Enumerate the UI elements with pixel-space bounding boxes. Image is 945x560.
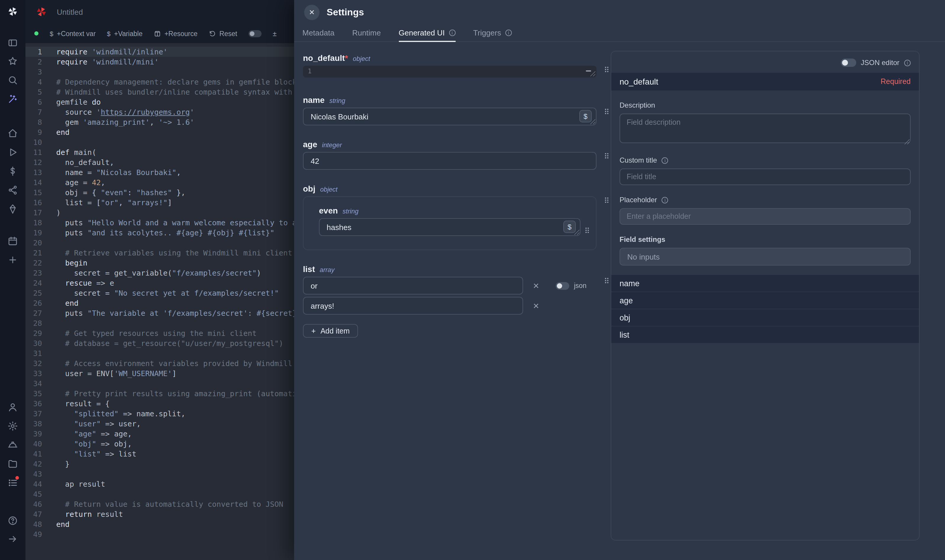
code-line: 27 puts "The variable at 'f/examples/sec…	[25, 308, 294, 318]
selected-field-row[interactable]: no_default Required	[611, 73, 919, 91]
name-input-wrap: $	[303, 108, 597, 125]
info-icon[interactable]	[449, 29, 455, 36]
code-lines[interactable]: 1require 'windmill/inline'2require 'wind…	[25, 43, 294, 560]
remove-item-button[interactable]: ✕	[531, 301, 541, 310]
even-input[interactable]	[319, 218, 581, 236]
code-line: 25 secret = "No secret yet at f/examples…	[25, 288, 294, 298]
calendar-icon[interactable]	[8, 236, 18, 246]
add-resource-button[interactable]: +Resource	[154, 30, 197, 37]
code-line: 28	[25, 318, 294, 328]
drag-handle-icon[interactable]: ⠿	[604, 66, 609, 74]
plus-icon[interactable]	[8, 255, 18, 265]
tab-metadata[interactable]: Metadata	[302, 25, 335, 42]
field-name: name string $ ⠿	[303, 95, 597, 125]
list-item-input[interactable]	[303, 277, 523, 294]
code-line: 17)	[25, 208, 294, 218]
panel-icon[interactable]	[8, 38, 18, 48]
arrow-right-icon[interactable]	[8, 534, 18, 544]
drag-handle-icon[interactable]: ⠿	[604, 152, 609, 161]
insert-variable-button[interactable]: $	[563, 221, 576, 233]
code-line: 21 # Retrieve variables using the Windmi…	[25, 248, 294, 258]
json-editor-toggle[interactable]	[840, 58, 856, 67]
notification-dot	[15, 476, 19, 480]
play-icon[interactable]	[8, 147, 18, 157]
code-line: 15 obj = { "even": "hashes" },	[25, 188, 294, 197]
json-toggle[interactable]	[556, 282, 569, 289]
dollar-icon[interactable]	[8, 166, 18, 176]
close-icon: ✕	[309, 9, 315, 16]
code-line: 47 return result	[25, 509, 294, 519]
code-line: 18 puts "Hello World and a warm welcome …	[25, 218, 294, 228]
json-toggle-label: json	[574, 282, 586, 289]
home-icon[interactable]	[8, 128, 18, 138]
package-icon	[154, 30, 161, 37]
drag-handle-icon[interactable]: ⠿	[584, 226, 590, 235]
info-icon[interactable]	[662, 157, 668, 163]
no-default-code-input[interactable]: 1	[303, 66, 597, 77]
add-item-button[interactable]: + Add item	[303, 324, 358, 338]
field-row-list: name age obj list	[611, 275, 919, 343]
code-line: 43	[25, 469, 294, 479]
code-line: 37 "splitted" => name.split,	[25, 409, 294, 418]
folder-icon[interactable]	[8, 459, 18, 469]
code-line: 2require 'windmill/mini'	[25, 57, 294, 67]
code-line: 8 gem 'amazing_print', '~> 1.6'	[25, 117, 294, 127]
field-obj: obj object even string $ ⠿	[303, 184, 597, 250]
info-icon[interactable]	[904, 59, 911, 66]
drag-handle-icon[interactable]: ⠿	[604, 108, 609, 117]
placeholder-input[interactable]	[620, 208, 911, 225]
info-icon[interactable]	[662, 197, 668, 203]
field-label-row: no_default* object	[303, 53, 597, 63]
remove-item-button[interactable]: ✕	[531, 281, 541, 290]
collapse-editor-icon[interactable]	[585, 68, 592, 74]
gem-icon[interactable]	[8, 204, 18, 214]
name-input[interactable]	[303, 108, 597, 125]
diff-toggle[interactable]	[248, 30, 262, 37]
drag-handle-icon[interactable]: ⠿	[604, 197, 609, 205]
star-icon[interactable]	[8, 56, 18, 66]
add-context-var-button[interactable]: $ +Context var	[50, 30, 96, 37]
hard-hat-icon[interactable]	[8, 440, 18, 450]
share-icon[interactable]	[8, 185, 18, 195]
script-title-input[interactable]: Untitled	[57, 8, 83, 16]
gear-icon[interactable]	[8, 421, 18, 431]
add-variable-button[interactable]: $ +Variable	[107, 30, 142, 37]
code-line: 1require 'windmill/inline'	[25, 47, 294, 57]
field-row-age[interactable]: age	[611, 292, 919, 309]
field-row-name[interactable]: name	[611, 275, 919, 292]
custom-title-input[interactable]	[620, 169, 911, 185]
close-icon: ✕	[533, 301, 540, 310]
code-line: 11def main(	[25, 147, 294, 157]
description-textarea[interactable]	[620, 114, 911, 143]
age-input[interactable]	[303, 152, 597, 170]
magic-wand-icon[interactable]	[8, 94, 18, 104]
reset-button[interactable]: Reset	[209, 30, 237, 37]
code-line: 14 age = 42,	[25, 177, 294, 188]
insert-variable-button[interactable]: $	[579, 110, 592, 122]
list-item-input[interactable]	[303, 297, 523, 315]
age-input-wrap	[303, 152, 597, 170]
field-row-obj[interactable]: obj	[611, 309, 919, 326]
dollar-icon: $	[583, 112, 587, 120]
code-line: 29 # Get typed resources using the mini …	[25, 328, 294, 338]
field-config-section: Description Custom title Placeholder Fie…	[611, 101, 919, 266]
dollar-icon: $	[567, 223, 571, 231]
drag-handle-icon[interactable]: ⠿	[604, 277, 609, 286]
tab-triggers[interactable]: Triggers	[473, 25, 512, 42]
field-name-label: list	[303, 264, 315, 274]
editor-topbar: Untitled	[25, 0, 294, 24]
tab-generated-ui[interactable]: Generated UI	[399, 25, 455, 42]
required-badge: Required	[881, 77, 911, 86]
user-icon[interactable]	[8, 402, 18, 412]
field-settings-label: Field settings	[620, 235, 911, 244]
search-icon[interactable]	[8, 75, 18, 85]
selected-field-name: no_default	[620, 77, 658, 86]
close-button[interactable]: ✕	[304, 5, 319, 20]
code-line: 40 "obj" => obj,	[25, 439, 294, 449]
tab-runtime[interactable]: Runtime	[352, 25, 381, 42]
field-name-label: obj	[303, 184, 315, 193]
field-row-list[interactable]: list	[611, 326, 919, 343]
code-line: 23 secret = get_variable("f/examples/sec…	[25, 268, 294, 278]
info-icon[interactable]	[505, 29, 512, 36]
help-icon[interactable]	[8, 515, 18, 526]
